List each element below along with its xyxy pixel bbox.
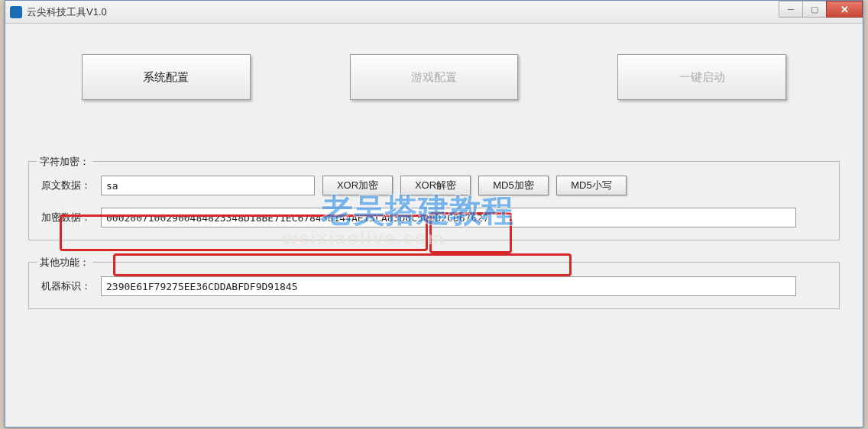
ciphertext-input[interactable]: [101, 208, 796, 227]
ciphertext-row: 加密数据：: [41, 208, 827, 227]
window-title: 云尖科技工具V1.0: [27, 5, 858, 19]
content-area: 系统配置 游戏配置 一键启动 字符加密： 原文数据： XOR加密 XOR解密 M…: [5, 24, 863, 346]
xor-decrypt-button[interactable]: XOR解密: [400, 176, 471, 195]
titlebar: 云尖科技工具V1.0 ─ ▢ ✕: [5, 1, 863, 24]
one-key-start-button[interactable]: 一键启动: [617, 54, 786, 100]
maximize-icon: ▢: [811, 5, 818, 15]
plaintext-input[interactable]: [101, 176, 315, 195]
machine-id-row: 机器标识：: [41, 276, 827, 296]
machine-id-input[interactable]: [101, 276, 796, 296]
game-config-button[interactable]: 游戏配置: [350, 54, 519, 100]
plaintext-row: 原文数据： XOR加密 XOR解密 MD5加密 MD5小写: [41, 176, 827, 195]
encrypt-groupbox: 字符加密： 原文数据： XOR加密 XOR解密 MD5加密 MD5小写 加密数据…: [28, 161, 840, 240]
machine-id-label: 机器标识：: [41, 279, 101, 293]
maximize-button[interactable]: ▢: [802, 1, 827, 18]
ciphertext-label: 加密数据：: [41, 211, 101, 224]
xor-encrypt-button[interactable]: XOR加密: [322, 176, 393, 195]
plaintext-label: 原文数据：: [41, 179, 101, 192]
close-icon: ✕: [840, 4, 849, 15]
other-groupbox: 其他功能： 机器标识：: [28, 262, 840, 309]
md5-encrypt-button[interactable]: MD5加密: [478, 176, 549, 195]
window-controls: ─ ▢ ✕: [779, 1, 863, 18]
app-icon: [10, 6, 22, 18]
minimize-icon: ─: [788, 5, 794, 14]
md5-lower-button[interactable]: MD5小写: [556, 176, 627, 195]
tab-row: 系统配置 游戏配置 一键启动: [28, 54, 840, 100]
encrypt-group-title: 字符加密：: [37, 155, 92, 169]
close-button[interactable]: ✕: [826, 1, 863, 18]
app-window: 云尖科技工具V1.0 ─ ▢ ✕ 系统配置 游戏配置 一键启动 字符加密： 原文…: [5, 0, 863, 427]
other-group-title: 其他功能：: [37, 256, 92, 269]
system-config-button[interactable]: 系统配置: [82, 54, 251, 100]
minimize-button[interactable]: ─: [779, 1, 803, 18]
